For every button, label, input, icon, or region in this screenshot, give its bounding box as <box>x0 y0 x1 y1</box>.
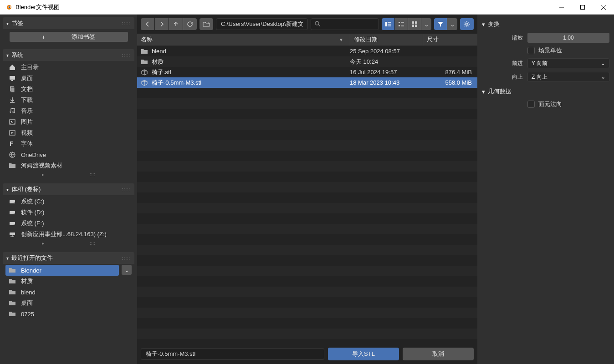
file-row[interactable]: 椅子-0.5mm-M3.stl18 Mar 2023 10:43558.0 Mi… <box>137 77 477 88</box>
view-list-vertical-button[interactable] <box>382 18 394 30</box>
recent-collapse-button[interactable]: ⌄ <box>122 265 132 275</box>
svg-rect-7 <box>11 87 15 92</box>
list-item[interactable]: F字体 <box>5 138 132 149</box>
window-close-button[interactable] <box>593 0 614 15</box>
file-list[interactable]: blend25 Sep 2024 08:57材质今天 10:24椅子.stl16… <box>137 46 477 344</box>
window-maximize-button[interactable] <box>572 0 593 15</box>
file-row-empty <box>137 297 477 308</box>
list-item[interactable]: 系统 (C:) <box>5 196 132 207</box>
settings-button[interactable] <box>460 18 474 30</box>
list-item[interactable]: OneDrive <box>5 149 132 160</box>
add-bookmark-button[interactable]: + 添加书签 <box>10 32 128 42</box>
list-item[interactable]: 河姆渡视频素材 <box>5 160 132 171</box>
scroll-indicator[interactable]: ▸:::: <box>5 171 132 178</box>
up-select[interactable]: Z 向上 ⌄ <box>527 72 609 82</box>
svg-rect-4 <box>10 76 15 80</box>
file-row-empty <box>137 182 477 192</box>
file-row-empty <box>137 203 477 213</box>
file-row-empty <box>137 172 477 182</box>
list-item[interactable]: 系统 (E:) <box>5 218 132 229</box>
volumes-panel: ▾ 体积 (卷标) :::: 系统 (C:)软件 (D:)系统 (E:)创新应用… <box>3 183 134 249</box>
drag-handle-icon[interactable]: :::: <box>122 187 131 192</box>
list-item-label: 下载 <box>21 96 33 104</box>
system-panel-header[interactable]: ▾ 系统 :::: <box>3 49 134 61</box>
list-item[interactable]: blend <box>5 287 119 298</box>
scale-input[interactable] <box>527 33 609 43</box>
list-item[interactable]: 视频 <box>5 127 132 138</box>
scroll-indicator[interactable]: ▸:::: <box>5 240 132 247</box>
drag-handle-icon[interactable]: :::: <box>122 53 131 58</box>
new-folder-button[interactable] <box>200 18 213 30</box>
file-row-empty <box>137 276 477 287</box>
view-options-dropdown[interactable]: ⌄ <box>421 18 431 30</box>
cancel-button[interactable]: 取消 <box>403 348 474 360</box>
drag-handle-icon[interactable]: :::: <box>122 256 131 261</box>
column-date-header[interactable]: 修改日期 <box>350 34 423 46</box>
chevron-down-icon: ⌄ <box>424 21 429 28</box>
list-item[interactable]: 音乐 <box>5 106 132 116</box>
nav-back-button[interactable] <box>141 18 154 30</box>
import-button[interactable]: 导入STL <box>328 348 399 360</box>
facet-normals-checkbox[interactable] <box>527 101 535 108</box>
window-minimize-button[interactable] <box>551 0 572 15</box>
svg-rect-3 <box>581 5 585 9</box>
bookmarks-panel-header[interactable]: ▾ 书签 :::: <box>3 17 134 29</box>
list-item[interactable]: 主目录 <box>5 62 132 73</box>
volumes-panel-header[interactable]: ▾ 体积 (卷标) :::: <box>3 183 134 195</box>
column-name-header[interactable]: 名称 ▼ <box>137 34 350 46</box>
nav-up-button[interactable] <box>169 18 183 30</box>
search-input[interactable] <box>311 18 379 30</box>
file-row[interactable]: 椅子.stl16 Jul 2024 19:57876.4 MiB <box>137 67 477 77</box>
list-item-label: 桌面 <box>21 299 33 307</box>
scene-unit-checkbox[interactable] <box>527 47 535 54</box>
list-item[interactable]: 下载 <box>5 95 132 106</box>
nav-forward-button[interactable] <box>155 18 169 30</box>
list-item[interactable]: 软件 (D:) <box>5 207 132 218</box>
nav-refresh-button[interactable] <box>183 18 197 30</box>
list-item[interactable]: 0725 <box>5 308 119 319</box>
file-row-empty <box>137 119 477 130</box>
file-row-empty <box>137 266 477 276</box>
system-panel: ▾ 系统 :::: 主目录桌面文档下载音乐图片视频F字体OneDrive河姆渡视… <box>3 49 134 181</box>
transform-panel-header[interactable]: ▾ 变换 <box>480 17 611 31</box>
view-list-horizontal-button[interactable] <box>395 18 408 30</box>
svg-rect-19 <box>10 233 15 235</box>
file-name: 材质 <box>152 58 164 66</box>
svg-point-28 <box>466 23 468 25</box>
music-icon <box>8 107 16 115</box>
list-item[interactable]: 文档 <box>5 84 132 95</box>
file-date: 今天 10:24 <box>350 58 423 66</box>
list-item-label: 系统 (E:) <box>21 219 44 228</box>
file-size: 876.4 MiB <box>423 69 477 76</box>
facet-normals-label: 面元法向 <box>538 100 562 108</box>
list-item-label: 桌面 <box>21 74 33 82</box>
geometry-panel-header[interactable]: ▾ 几何数据 <box>480 85 611 98</box>
forward-select[interactable]: Y 向前 ⌄ <box>527 58 609 68</box>
list-item-label: 图片 <box>21 118 33 126</box>
file-row-empty <box>137 255 477 266</box>
download-icon <box>8 96 16 104</box>
file-row[interactable]: 材质今天 10:24 <box>137 56 477 67</box>
folder-icon <box>8 162 16 169</box>
image-icon <box>8 118 16 126</box>
list-item[interactable]: 图片 <box>5 116 132 127</box>
list-item[interactable]: 材质 <box>5 276 119 287</box>
view-thumbnails-button[interactable] <box>408 18 421 30</box>
list-item[interactable]: 桌面 <box>5 298 119 308</box>
file-row[interactable]: blend25 Sep 2024 08:57 <box>137 46 477 56</box>
filter-dropdown[interactable]: ⌄ <box>447 18 457 30</box>
bottom-action-bar: 导入STL 取消 <box>137 344 477 364</box>
svg-point-18 <box>14 224 15 225</box>
list-item[interactable]: 桌面 <box>5 73 132 84</box>
recent-panel-header[interactable]: ▾ 最近打开的文件 :::: <box>3 252 134 264</box>
column-size-header[interactable]: 尺寸 <box>423 34 477 46</box>
filter-button[interactable] <box>434 18 447 30</box>
path-input[interactable] <box>216 18 308 30</box>
list-item-label: 主目录 <box>21 63 39 71</box>
drag-handle-icon[interactable]: :::: <box>122 21 131 26</box>
list-item[interactable]: 创新应用事业部...68.24.163) (Z:) <box>5 229 132 240</box>
svg-point-20 <box>315 21 319 25</box>
list-item[interactable]: Blender <box>5 265 119 276</box>
filename-input[interactable] <box>141 348 324 360</box>
file-row-empty <box>137 224 477 234</box>
